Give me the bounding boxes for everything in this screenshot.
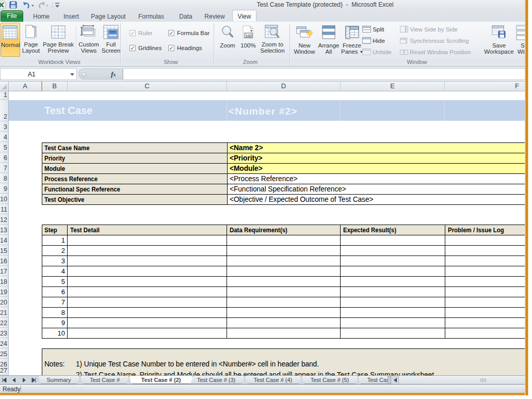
svg-text:100: 100 bbox=[245, 34, 252, 38]
